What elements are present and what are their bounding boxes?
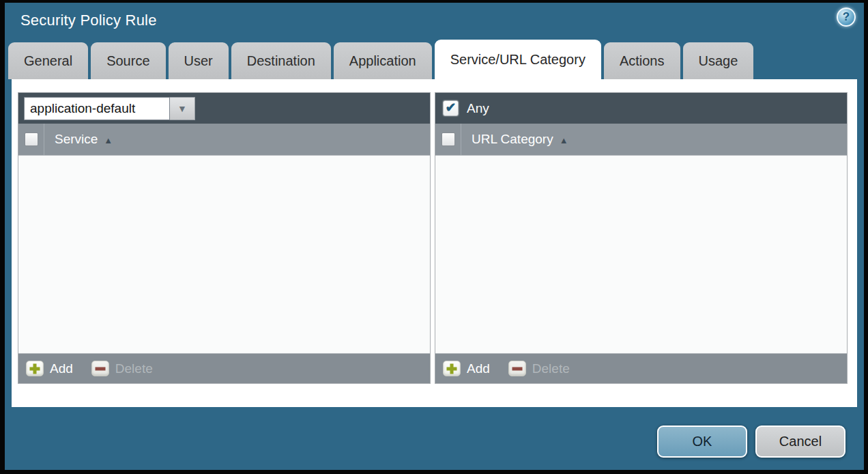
- url-category-toolbar: ✔ Any: [435, 93, 847, 124]
- tab-bar: General Source User Destination Applicat…: [8, 40, 753, 79]
- tab-service-url-category[interactable]: Service/URL Category: [435, 40, 601, 79]
- add-button-label: Add: [467, 361, 490, 376]
- tab-application[interactable]: Application: [334, 42, 432, 79]
- service-column-header[interactable]: Service ▲: [55, 124, 113, 155]
- ok-button[interactable]: OK: [657, 426, 747, 458]
- screen: Security Policy Rule ? General Source Us…: [0, 0, 868, 474]
- tab-user[interactable]: User: [169, 42, 229, 79]
- tab-actions[interactable]: Actions: [604, 42, 680, 79]
- chevron-down-icon: ▼: [177, 103, 187, 114]
- service-type-combobox: ▼: [24, 97, 195, 120]
- any-checkbox[interactable]: ✔: [443, 100, 459, 116]
- add-plus-icon: [443, 361, 461, 376]
- service-select-all-cell: [18, 124, 44, 155]
- cancel-button[interactable]: Cancel: [755, 426, 845, 458]
- tab-content-sheet: ▼ Service ▲ Ad: [12, 79, 857, 407]
- tab-usage[interactable]: Usage: [683, 42, 754, 79]
- url-category-panel: ✔ Any URL Category ▲: [435, 92, 848, 384]
- dialog-title: Security Policy Rule: [20, 12, 157, 29]
- service-column-label: Service: [55, 132, 98, 147]
- service-delete-button[interactable]: Delete: [91, 361, 153, 376]
- service-toolbar: ▼: [18, 93, 430, 124]
- delete-minus-icon: [508, 361, 526, 376]
- tab-source[interactable]: Source: [91, 42, 165, 79]
- service-panel: ▼ Service ▲ Ad: [18, 92, 431, 384]
- service-table-header: Service ▲: [18, 124, 430, 156]
- any-checkbox-row: ✔ Any: [441, 100, 489, 116]
- url-category-select-all-checkbox[interactable]: [442, 133, 455, 146]
- url-category-add-button[interactable]: Add: [443, 361, 490, 376]
- add-button-label: Add: [50, 361, 73, 376]
- url-category-table-body: [435, 156, 847, 353]
- sort-asc-icon: ▲: [560, 136, 568, 145]
- checkmark-icon: ✔: [446, 101, 457, 114]
- service-type-input[interactable]: [24, 97, 170, 120]
- delete-button-label: Delete: [115, 361, 153, 376]
- security-policy-rule-dialog: Security Policy Rule ? General Source Us…: [5, 3, 864, 470]
- delete-button-label: Delete: [532, 361, 570, 376]
- tab-general[interactable]: General: [8, 42, 88, 79]
- service-select-all-checkbox[interactable]: [25, 133, 38, 146]
- service-type-dropdown-button[interactable]: ▼: [170, 97, 195, 120]
- help-icon[interactable]: ?: [837, 8, 856, 27]
- service-table-body: [18, 156, 430, 353]
- tab-destination[interactable]: Destination: [231, 42, 331, 79]
- delete-minus-icon: [91, 361, 109, 376]
- url-category-column-header[interactable]: URL Category ▲: [472, 124, 568, 155]
- add-plus-icon: [26, 361, 44, 376]
- service-add-button[interactable]: Add: [26, 361, 73, 376]
- service-footer: Add Delete: [18, 353, 430, 383]
- url-category-delete-button[interactable]: Delete: [508, 361, 570, 376]
- url-category-table-header: URL Category ▲: [435, 124, 847, 156]
- url-category-footer: Add Delete: [435, 353, 847, 383]
- url-category-select-all-cell: [435, 124, 461, 155]
- sort-asc-icon: ▲: [104, 136, 113, 145]
- url-category-column-label: URL Category: [472, 132, 553, 147]
- any-checkbox-label: Any: [467, 101, 489, 116]
